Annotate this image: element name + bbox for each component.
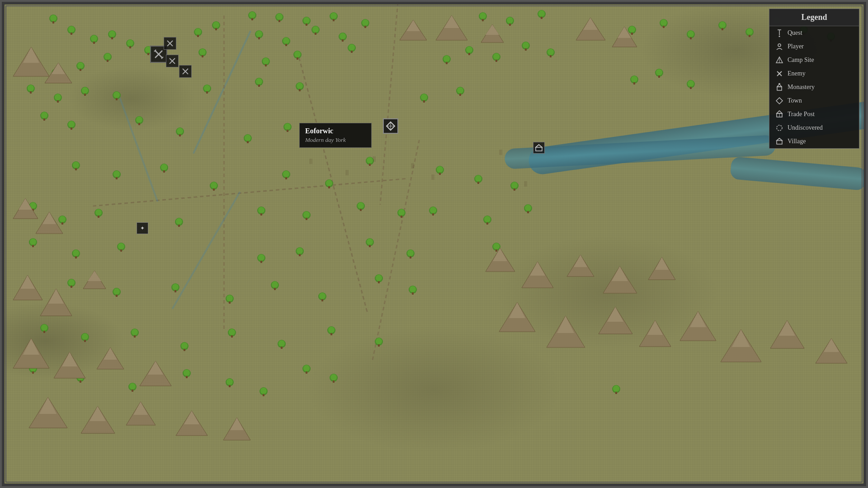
tooltip-name: Eoforwic	[305, 127, 366, 135]
svg-rect-329	[263, 394, 264, 396]
svg-point-136	[256, 78, 262, 84]
tree	[535, 9, 548, 21]
mountain	[562, 253, 599, 279]
svg-rect-197	[369, 164, 371, 166]
svg-marker-432	[777, 84, 782, 87]
svg-rect-20	[482, 19, 484, 21]
svg-point-426	[778, 44, 781, 47]
svg-point-160	[41, 112, 47, 118]
map-background[interactable]: ||| ||| ||| ||| ||| ||| |||	[2, 2, 866, 486]
svg-point-214	[95, 209, 102, 216]
svg-point-286	[410, 286, 416, 292]
tree	[210, 20, 222, 33]
tree	[684, 79, 697, 91]
legend-item-trade[interactable]: Trade Post	[769, 108, 859, 121]
tree	[476, 11, 489, 23]
svg-marker-360	[493, 248, 507, 261]
svg-point-265	[68, 279, 75, 286]
svg-point-199	[437, 166, 443, 173]
mountain	[608, 24, 642, 49]
svg-point-277	[272, 282, 278, 288]
svg-point-91	[493, 53, 500, 60]
battle-marker-3[interactable]	[164, 37, 176, 50]
grass-mark: |||	[524, 180, 527, 187]
tree	[440, 54, 453, 66]
legend-item-camp[interactable]: Camp Site	[769, 53, 859, 67]
svg-point-43	[213, 22, 219, 28]
tree	[280, 169, 292, 182]
legend-item-town[interactable]: Town	[769, 94, 859, 108]
svg-marker-402	[230, 418, 244, 430]
tree	[38, 323, 51, 335]
tree	[323, 178, 335, 191]
grass-mark: |||	[431, 174, 434, 180]
camp-marker[interactable]: ✦	[137, 222, 148, 234]
mountain	[766, 318, 809, 351]
svg-marker-364	[574, 255, 587, 267]
svg-rect-14	[333, 19, 335, 21]
mountain	[571, 15, 610, 42]
quest-icon	[775, 28, 784, 38]
svg-point-73	[199, 49, 206, 55]
svg-marker-356	[48, 289, 64, 304]
svg-point-193	[326, 180, 332, 186]
legend-item-village[interactable]: Village	[769, 135, 859, 148]
svg-point-94	[523, 42, 529, 48]
svg-rect-56	[342, 39, 344, 42]
svg-point-130	[82, 87, 88, 94]
svg-rect-332	[306, 371, 307, 374]
svg-rect-179	[75, 168, 77, 170]
battle-marker-4[interactable]	[179, 65, 192, 78]
village-marker[interactable]	[533, 142, 545, 154]
legend-item-quest[interactable]: Quest	[769, 26, 859, 40]
tree	[490, 52, 503, 64]
svg-rect-224	[306, 218, 307, 220]
eoforwic-marker[interactable]	[383, 118, 398, 134]
tree	[280, 36, 292, 48]
svg-marker-437	[777, 111, 782, 113]
mountain	[644, 255, 680, 282]
legend-item-monastery[interactable]: Monastery	[769, 80, 859, 94]
tree	[716, 20, 729, 33]
svg-rect-98	[550, 55, 552, 57]
svg-marker-372	[557, 316, 574, 333]
svg-marker-394	[39, 397, 57, 414]
svg-rect-161	[43, 118, 45, 121]
tree	[226, 327, 238, 340]
svg-point-334	[330, 374, 337, 380]
tree	[223, 293, 236, 306]
mountain	[517, 259, 558, 290]
tree	[300, 363, 313, 376]
svg-marker-435	[776, 98, 783, 104]
tree	[208, 180, 220, 193]
legend-panel: Legend Quest Player Camp Site	[769, 9, 859, 149]
tree	[325, 325, 338, 338]
tree	[106, 29, 118, 42]
svg-point-97	[547, 49, 554, 55]
mountain	[135, 359, 176, 388]
legend-item-enemy[interactable]: Enemy	[769, 67, 859, 80]
game-container: ||| ||| ||| ||| ||| ||| |||	[0, 0, 868, 488]
legend-item-player[interactable]: Player	[769, 40, 859, 53]
battle-marker-2[interactable]	[166, 55, 179, 67]
svg-point-142	[297, 83, 303, 89]
svg-marker-348	[618, 27, 631, 38]
mountain	[31, 210, 67, 236]
svg-rect-314	[32, 371, 34, 374]
svg-text:✦: ✦	[140, 225, 145, 231]
tree	[354, 201, 367, 213]
svg-marker-374	[607, 307, 623, 322]
svg-point-274	[226, 295, 233, 301]
tree	[253, 29, 265, 42]
svg-marker-440	[777, 138, 782, 144]
mountain	[716, 327, 766, 364]
svg-rect-167	[138, 123, 140, 125]
svg-point-145	[421, 94, 427, 100]
svg-point-103	[660, 19, 667, 26]
svg-rect-230	[401, 216, 402, 218]
tree	[101, 52, 114, 64]
svg-point-82	[349, 44, 355, 51]
svg-marker-396	[90, 406, 106, 421]
svg-rect-287	[412, 292, 414, 295]
legend-item-undiscovered[interactable]: Undiscovered	[769, 121, 859, 135]
